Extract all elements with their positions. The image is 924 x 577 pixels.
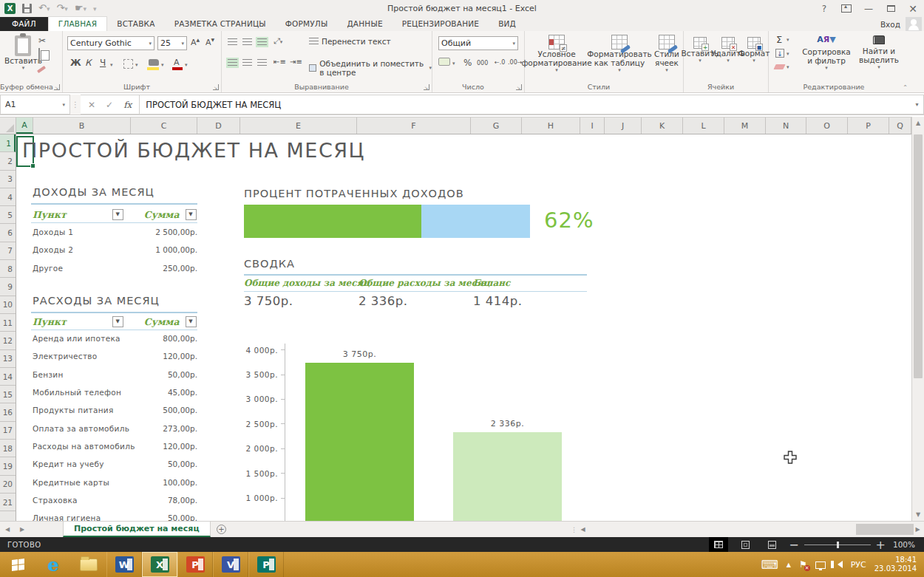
taskbar-visio[interactable]: V <box>213 552 248 577</box>
page-break-view-button[interactable] <box>762 537 781 552</box>
sheet-prev-icon[interactable]: ◀ <box>0 522 15 537</box>
expand-formula-bar-icon[interactable]: ▾ <box>911 95 924 115</box>
close-button[interactable]: ✕ <box>902 1 924 17</box>
zoom-in-icon[interactable]: + <box>876 538 886 552</box>
redo-icon[interactable]: ↷▾ <box>56 3 67 14</box>
row-header[interactable]: 3 <box>0 171 16 188</box>
row-header[interactable]: 15 <box>0 386 16 403</box>
tab-insert[interactable]: ВСТАВКА <box>107 17 164 31</box>
income-row[interactable]: Другое 250,00р. <box>33 259 197 277</box>
align-center-icon[interactable] <box>242 59 252 66</box>
column-header[interactable]: I <box>580 117 605 134</box>
column-header[interactable]: G <box>471 117 522 134</box>
volume-icon[interactable] <box>834 561 843 568</box>
column-header[interactable]: K <box>642 117 683 134</box>
tab-page-layout[interactable]: РАЗМЕТКА СТРАНИЦЫ <box>165 17 276 31</box>
column-header[interactable]: M <box>724 117 766 134</box>
row-header[interactable]: 2 <box>0 152 16 170</box>
align-right-icon[interactable] <box>257 59 267 66</box>
scroll-left-icon[interactable]: ◀ <box>577 522 589 537</box>
formula-bar-splitter[interactable]: ⋮ <box>70 95 81 115</box>
underline-dropdown[interactable]: ▾ <box>110 62 113 68</box>
clear-icon[interactable] <box>773 64 785 69</box>
expense-row[interactable]: Расходы на автомобиль 120,00р. <box>33 437 197 455</box>
font-color-dropdown[interactable]: ▾ <box>185 62 188 68</box>
touch-mode-icon[interactable]: ☛▾ <box>75 3 86 14</box>
font-dialog-launcher[interactable] <box>213 84 219 90</box>
column-header[interactable]: O <box>806 117 848 134</box>
row-header[interactable]: 5 <box>0 206 16 224</box>
expense-row[interactable]: Личная гигиена 50,00р. <box>33 509 197 521</box>
accounting-format-icon[interactable] <box>438 58 450 66</box>
taskbar-publisher[interactable]: P <box>248 552 284 577</box>
bar-chart[interactable]: 4 000р.3 500р.3 000р.2 500р.2 000р.1 500… <box>244 338 591 521</box>
zoom-slider[interactable] <box>804 544 871 545</box>
comma-style-icon[interactable]: 000 <box>477 60 488 66</box>
row-header[interactable]: 13 <box>0 350 16 368</box>
taskbar-explorer[interactable] <box>71 552 106 577</box>
align-left-icon[interactable] <box>228 59 237 66</box>
income-item-filter-icon[interactable]: ▼ <box>112 209 123 220</box>
customize-qat-icon[interactable]: ▾ <box>93 5 97 13</box>
number-dialog-launcher[interactable] <box>516 84 522 90</box>
format-cells-button[interactable]: ◼ Формат▾ <box>740 37 768 64</box>
expense-row[interactable]: Кредитные карты 100,00р. <box>33 473 197 491</box>
column-header[interactable]: F <box>357 117 471 134</box>
copy-icon[interactable] <box>38 48 40 64</box>
expense-row[interactable]: Страховка 78,00р. <box>33 491 197 509</box>
increase-indent-icon[interactable]: ⇥≡ <box>290 58 302 66</box>
horizontal-scroll-thumb[interactable] <box>856 524 914 535</box>
fill-color-icon[interactable] <box>149 59 159 66</box>
zoom-knob[interactable] <box>837 542 839 548</box>
new-sheet-button[interactable]: + <box>211 522 233 537</box>
taskbar-word[interactable]: W <box>106 552 142 577</box>
horizontal-scrollbar[interactable]: ◀ ▶ <box>577 522 924 537</box>
save-icon[interactable] <box>22 4 32 13</box>
expenses-sum-filter-icon[interactable]: ▼ <box>186 316 197 327</box>
sheet-next-icon[interactable]: ▶ <box>15 522 30 537</box>
column-header[interactable]: Q <box>889 117 911 134</box>
borders-icon[interactable] <box>123 59 133 69</box>
tab-scroll-splitter[interactable]: ⋮⋮ <box>571 522 577 537</box>
sign-in[interactable]: Вход <box>880 17 924 31</box>
income-row[interactable]: Доходы 2 1 000,00р. <box>33 241 197 259</box>
paste-button[interactable]: Вставить▾ <box>4 35 42 71</box>
autosum-icon[interactable]: Σ <box>776 34 782 45</box>
network-icon[interactable] <box>815 561 826 569</box>
vertical-scrollbar[interactable]: ▲ ▼ <box>911 117 924 521</box>
row-header[interactable]: 4 <box>0 188 16 206</box>
scroll-up-icon[interactable]: ▲ <box>912 117 924 129</box>
show-hidden-icons[interactable]: ▲ <box>787 561 791 568</box>
decrease-decimal-icon[interactable]: .00→ <box>508 59 522 66</box>
help-button[interactable]: ? <box>813 1 835 17</box>
tab-view[interactable]: ВИД <box>489 17 526 31</box>
expenses-item-filter-icon[interactable]: ▼ <box>112 316 123 327</box>
font-size-combo[interactable]: 25▾ <box>157 36 187 50</box>
row-header[interactable]: 14 <box>0 368 16 386</box>
font-color-icon[interactable]: А <box>174 58 180 67</box>
cut-icon[interactable]: ✂ <box>38 35 46 46</box>
row-header[interactable]: 6 <box>0 224 16 242</box>
font-name-combo[interactable]: Century Gothic▾ <box>67 36 154 50</box>
clipboard-dialog-launcher[interactable] <box>54 84 60 90</box>
increase-decimal-icon[interactable]: ←.0 <box>495 59 505 66</box>
fill-icon[interactable]: ↓ <box>775 49 784 58</box>
expense-row[interactable]: Оплата за автомобиль 273,00р. <box>33 419 197 437</box>
row-header[interactable]: 10 <box>0 296 16 314</box>
language-indicator[interactable]: РУС <box>851 560 866 570</box>
align-middle-icon[interactable] <box>242 38 252 46</box>
touch-keyboard-icon[interactable]: ⌨ <box>761 558 778 572</box>
bold-button[interactable]: Ж <box>70 58 81 68</box>
row-header[interactable]: 20 <box>0 476 16 494</box>
zoom-out-icon[interactable]: − <box>789 538 798 552</box>
scroll-right-icon[interactable]: ▶ <box>911 522 924 537</box>
row-header[interactable]: 7 <box>0 242 16 260</box>
row-header[interactable]: 12 <box>0 332 16 349</box>
align-top-icon[interactable] <box>228 38 237 46</box>
row-header[interactable]: 9 <box>0 278 16 296</box>
vertical-scroll-thumb[interactable] <box>914 134 923 378</box>
income-row[interactable]: Доходы 1 2 500,00р. <box>33 223 197 241</box>
column-header[interactable]: A <box>16 117 33 134</box>
select-all-corner[interactable] <box>0 117 16 134</box>
row-header[interactable]: 16 <box>0 403 16 421</box>
